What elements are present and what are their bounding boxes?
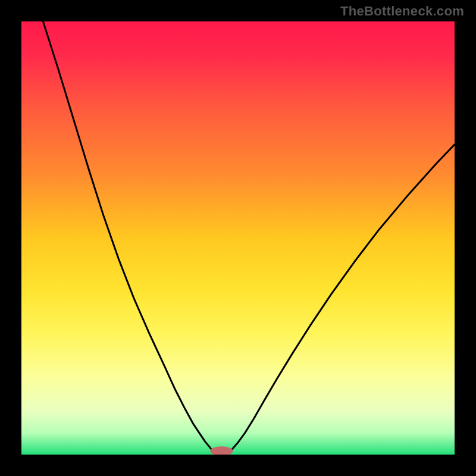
chart-svg: [21, 21, 455, 455]
watermark-text: TheBottleneck.com: [340, 4, 464, 18]
plot-area: [21, 21, 455, 455]
chart-frame: TheBottleneck.com: [0, 0, 476, 476]
watermark: TheBottleneck.com: [340, 4, 464, 19]
plot-background: [21, 21, 455, 455]
